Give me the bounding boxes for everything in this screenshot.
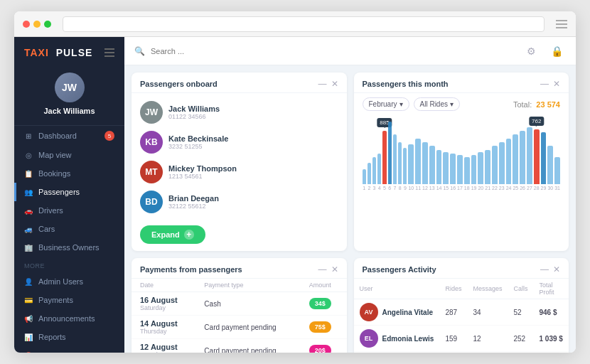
bar-label: 28 <box>534 186 540 191</box>
dot-yellow[interactable] <box>33 21 41 28</box>
sidebar-item-help[interactable]: ❓ Help <box>14 346 124 353</box>
settings-icon[interactable]: ⚙ <box>522 42 540 60</box>
passenger-id: 1213 54561 <box>168 173 338 180</box>
bar-label: 8 <box>399 186 402 191</box>
passenger-avatar: BD <box>140 191 163 213</box>
minimize-btn[interactable]: — <box>318 80 327 88</box>
activity-col-user: User <box>354 279 440 299</box>
activity-minimize-btn[interactable]: — <box>540 265 549 274</box>
activity-close-btn[interactable]: ✕ <box>553 265 560 274</box>
filter-month-btn[interactable]: February ▾ <box>363 97 409 111</box>
bar-group: 15 <box>443 152 449 191</box>
dot-red[interactable] <box>23 21 30 28</box>
bar-label: 4 <box>378 186 381 191</box>
sidebar-item-payments[interactable]: 💳 Payments <box>14 291 124 309</box>
bar-group: 23 <box>499 142 505 191</box>
passenger-avatar: JW <box>140 101 163 124</box>
passenger-name: Mickey Thompson <box>168 164 338 173</box>
bar-group: 26 <box>520 131 525 191</box>
dot-green[interactable] <box>44 21 51 28</box>
sidebar: TAXI PULSE JW Jack Williams ⊞ Dashboard … <box>14 37 124 353</box>
activity-col-calls: Calls <box>508 279 533 299</box>
chart-bar <box>415 139 421 184</box>
activity-calls: 52 <box>508 299 533 326</box>
bar-label: 5 <box>383 186 386 191</box>
bar-label: 23 <box>499 186 505 191</box>
lock-icon[interactable]: 🔒 <box>547 42 566 60</box>
passengers-list: JW Jack Williams 01122 34566 KB Kate Bec… <box>132 93 347 221</box>
search-icon: 🔍 <box>134 46 145 56</box>
chart-minimize-btn[interactable]: — <box>540 80 549 88</box>
payments-header: Payments from passengers — ✕ <box>132 258 347 279</box>
payment-row: 16 August Saturday Cash 34$ <box>132 292 347 316</box>
payment-date: 14 August Thursday <box>132 316 195 339</box>
bar-group: 3 <box>372 157 376 191</box>
bar-label: 10 <box>408 186 414 191</box>
sidebar-item-drivers[interactable]: 🚗 Drivers <box>14 201 124 220</box>
filter-rides-btn[interactable]: All Rides ▾ <box>414 97 460 111</box>
sidebar-item-passengers[interactable]: 👥 Passengers <box>14 183 124 201</box>
bar-label: 15 <box>443 186 449 191</box>
bar-group: 13 <box>429 146 435 191</box>
chart-bar <box>464 157 470 184</box>
payments-minimize-btn[interactable]: — <box>318 265 327 274</box>
chart-close-btn[interactable]: ✕ <box>553 80 560 88</box>
sidebar-item-cars[interactable]: 🚙 Cars <box>14 220 124 238</box>
sidebar-item-map-view[interactable]: ◎ Map view <box>14 146 124 164</box>
payments-table: Date Payment type Amount 16 August Satur… <box>132 279 347 353</box>
payment-row: 12 August Tuesday Card payment pending 2… <box>132 339 347 353</box>
sidebar-item-bookings[interactable]: 📋 Bookings <box>14 164 124 183</box>
announcements-icon: 📢 <box>24 314 33 323</box>
bar-group: 22 <box>492 146 498 191</box>
bar-group: 4 <box>377 154 381 191</box>
passenger-name: Kate Beckinsale <box>168 134 338 143</box>
more-section-label: More <box>14 257 124 272</box>
chart-bar <box>443 152 449 184</box>
passenger-name: Brian Deegan <box>168 194 338 203</box>
drivers-icon: 🚗 <box>24 206 33 215</box>
passenger-info: Mickey Thompson 1213 54561 <box>168 164 338 180</box>
nav-items: ⊞ Dashboard 5 ◎ Map view 📋 Bookings 👥 Pa… <box>14 126 124 257</box>
activity-avatar: EL <box>360 329 378 348</box>
bar-label: 7 <box>393 186 396 191</box>
chart-total-value: 23 574 <box>536 100 560 109</box>
chevron-down-icon-2: ▾ <box>450 100 454 108</box>
passenger-info: Jack Williams 01122 34566 <box>168 105 338 120</box>
browser-menu-icon[interactable] <box>556 20 567 28</box>
expand-button[interactable]: Expand + <box>140 225 205 244</box>
activity-rides: 159 <box>439 326 467 352</box>
bar-label: 16 <box>450 186 456 191</box>
chart-filter-row: February ▾ All Rides ▾ Total: 23 574 <box>354 93 569 115</box>
avatar: JW <box>55 73 85 102</box>
sidebar-item-dashboard[interactable]: ⊞ Dashboard 5 <box>14 126 124 146</box>
logo-brand: TAXI <box>24 47 49 58</box>
close-btn[interactable]: ✕ <box>331 80 338 88</box>
sidebar-item-label: Business Owners <box>38 243 100 252</box>
activity-card: Passengers Activity — ✕ User Rides Messa… <box>354 258 569 353</box>
payments-col-type: Payment type <box>195 279 300 292</box>
sidebar-item-label: Reports <box>38 333 66 341</box>
passenger-item: JW Jack Williams 01122 34566 <box>132 97 347 127</box>
payments-close-btn[interactable]: ✕ <box>331 265 338 274</box>
search-input[interactable] <box>151 47 264 55</box>
cars-icon: 🚙 <box>24 225 33 233</box>
bar-group: 25 <box>513 134 518 191</box>
payments-title: Payments from passengers <box>140 265 242 274</box>
payment-type: Card payment pending <box>195 339 300 353</box>
bar-chart: 1234885567891011121314151617181920212223… <box>363 119 561 191</box>
sidebar-item-reports[interactable]: 📊 Reports <box>14 328 124 346</box>
chart-bar <box>471 155 477 184</box>
bar-group: 9 <box>403 148 407 191</box>
sidebar-item-admin-users[interactable]: 👤 Admin Users <box>14 272 124 291</box>
payment-type: Cash <box>195 292 300 316</box>
admin-users-icon: 👤 <box>24 277 33 286</box>
activity-table: User Rides Messages Calls Total Profit A… <box>354 279 569 353</box>
payments-table-header: Date Payment type Amount <box>132 279 347 292</box>
dashboard-badge: 5 <box>104 131 114 141</box>
sidebar-item-business-owners[interactable]: 🏢 Business Owners <box>14 238 124 257</box>
hamburger-button[interactable] <box>104 48 114 57</box>
sidebar-item-announcements[interactable]: 📢 Announcements <box>14 309 124 328</box>
passenger-item: MT Mickey Thompson 1213 54561 <box>132 157 347 187</box>
address-bar[interactable] <box>63 16 545 32</box>
browser-dots <box>23 21 51 28</box>
